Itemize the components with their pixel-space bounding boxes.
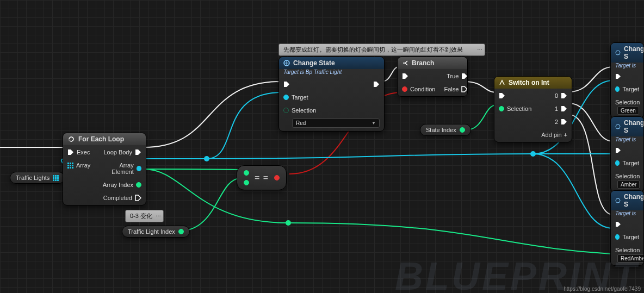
- pin-selection[interactable]: Selection: [494, 105, 536, 113]
- pin-exec-in[interactable]: [494, 92, 536, 99]
- svg-point-1: [286, 220, 291, 226]
- array-icon: [53, 175, 59, 181]
- pin-selection: SelectionAmber: [611, 172, 643, 189]
- node-header: Change S: [611, 43, 643, 63]
- enum-pin-icon: [283, 108, 289, 113]
- pin-selection: SelectionGreen: [611, 98, 643, 115]
- node-subtitle: Target is: [611, 63, 643, 71]
- pin-exec-in[interactable]: [398, 72, 439, 80]
- chevron-down-icon: ▼: [371, 121, 376, 126]
- pin-target[interactable]: Target: [611, 159, 643, 167]
- node-subtitle: Target is: [611, 210, 643, 219]
- node-title: For Each Loop: [78, 135, 124, 143]
- exec-icon: [615, 147, 621, 153]
- node-title: Branch: [412, 59, 434, 67]
- source-credit: https://blog.csdn.net/gaofei7439: [564, 286, 641, 292]
- exec-icon: [283, 81, 290, 88]
- pin-loop-body[interactable]: Loop Body: [95, 148, 146, 156]
- int-pin-icon[interactable]: [244, 170, 249, 176]
- node-branch[interactable]: Branch Condition True False: [397, 57, 468, 97]
- pin-exec-in[interactable]: Exec: [63, 148, 95, 156]
- add-pin-button[interactable]: Add pin+: [537, 131, 572, 139]
- loop-icon: [67, 135, 75, 143]
- exec-icon: [135, 149, 141, 155]
- bool-pin-icon: [402, 86, 407, 92]
- pin-selection-label: Selection: [279, 107, 320, 114]
- pin-exec-in[interactable]: [279, 80, 320, 88]
- pin-exec-in[interactable]: [611, 221, 643, 228]
- function-icon: [615, 124, 621, 129]
- pin-out-0[interactable]: 0: [537, 92, 572, 99]
- exec-icon: [615, 221, 621, 227]
- node-title: Switch on Int: [509, 79, 549, 86]
- pin-exec-out[interactable]: [369, 80, 384, 88]
- node-header: Switch on Int: [494, 77, 572, 89]
- pin-out-2[interactable]: 2: [537, 118, 572, 126]
- node-change-state-green[interactable]: Change S Target is Target SelectionGreen: [610, 42, 644, 118]
- array-icon: [67, 163, 73, 169]
- exec-icon: [373, 81, 380, 88]
- node-equal-int[interactable]: = =: [237, 165, 287, 190]
- svg-point-0: [530, 151, 536, 157]
- node-change-state-redamber[interactable]: Change S Target is Target SelectionRedAm…: [610, 190, 644, 266]
- dropdown-value: Red: [296, 120, 306, 126]
- pin-exec-in[interactable]: [611, 73, 643, 80]
- node-subtitle: Target is: [611, 136, 643, 145]
- pin-target[interactable]: Target: [611, 233, 643, 241]
- pin-target[interactable]: Target: [611, 85, 643, 93]
- variable-label: Traffic Light Index: [128, 228, 175, 235]
- pin-exec-in[interactable]: [611, 147, 643, 154]
- pin-out-1[interactable]: 1: [537, 105, 572, 113]
- selection-value[interactable]: RedAmbe: [617, 254, 644, 263]
- node-for-each-loop[interactable]: For Each Loop Exec Array Loop Body Array…: [63, 133, 146, 205]
- comment-text: 0-3 变化: [130, 213, 152, 219]
- comment-index-range[interactable]: 0-3 变化: [125, 210, 164, 222]
- node-switch-int[interactable]: Switch on Int Selection 0 1 2 Add pin+: [494, 76, 572, 142]
- int-pin-icon: [136, 182, 141, 188]
- function-icon: [615, 198, 621, 203]
- int-pin-icon[interactable]: [244, 180, 249, 185]
- variable-traffic-lights[interactable]: Traffic Lights: [10, 172, 65, 184]
- function-icon: [283, 60, 290, 66]
- plus-icon: +: [564, 132, 567, 138]
- node-change-state[interactable]: Change State Target is Bp Traffic Light …: [278, 57, 385, 132]
- selection-value[interactable]: Amber: [617, 180, 640, 189]
- pin-true[interactable]: True: [439, 72, 468, 80]
- pin-target[interactable]: Target: [279, 93, 320, 101]
- variable-state-index[interactable]: State Index: [420, 124, 471, 136]
- pin-condition[interactable]: Condition: [398, 85, 439, 93]
- object-pin-icon: [615, 234, 620, 240]
- node-header: Change State: [279, 57, 384, 69]
- exec-icon: [402, 73, 408, 79]
- bool-pin-icon[interactable]: [274, 175, 280, 180]
- pin-array-in[interactable]: Array: [63, 161, 95, 169]
- exec-icon: [461, 86, 468, 92]
- node-title: Change S: [624, 119, 644, 134]
- pin-array-index[interactable]: Array Index: [95, 181, 146, 189]
- node-header: Change S: [611, 117, 643, 136]
- node-title: Change S: [624, 193, 644, 208]
- variable-traffic-light-index[interactable]: Traffic Light Index: [122, 226, 190, 238]
- pin-array-element[interactable]: Array Element: [95, 161, 146, 176]
- node-title: Change State: [293, 59, 335, 67]
- comment-text: 先都变成红灯。需要切换的灯会瞬间切，这一瞬间的红灯看不到效果: [283, 46, 463, 53]
- comment-change-state[interactable]: 先都变成红灯。需要切换的灯会瞬间切，这一瞬间的红灯看不到效果: [278, 43, 485, 56]
- node-subtitle: Target is Bp Traffic Light: [279, 69, 384, 77]
- variable-label: State Index: [426, 127, 456, 133]
- object-pin-icon: [283, 95, 289, 100]
- exec-icon: [561, 92, 567, 99]
- object-pin-icon: [137, 166, 141, 171]
- selection-value[interactable]: Green: [617, 107, 639, 115]
- pin-completed[interactable]: Completed: [95, 194, 146, 202]
- exec-icon: [615, 73, 621, 79]
- object-pin-icon: [615, 86, 620, 92]
- exec-icon: [461, 73, 468, 79]
- exec-icon: [561, 119, 567, 125]
- exec-icon: [561, 105, 567, 112]
- branch-icon: [402, 60, 408, 66]
- int-pin-icon: [460, 127, 465, 133]
- node-change-state-amber[interactable]: Change S Target is Target SelectionAmber: [610, 116, 644, 192]
- exec-icon: [135, 195, 141, 201]
- selection-dropdown[interactable]: Red ▼: [292, 119, 380, 128]
- pin-false[interactable]: False: [439, 85, 468, 93]
